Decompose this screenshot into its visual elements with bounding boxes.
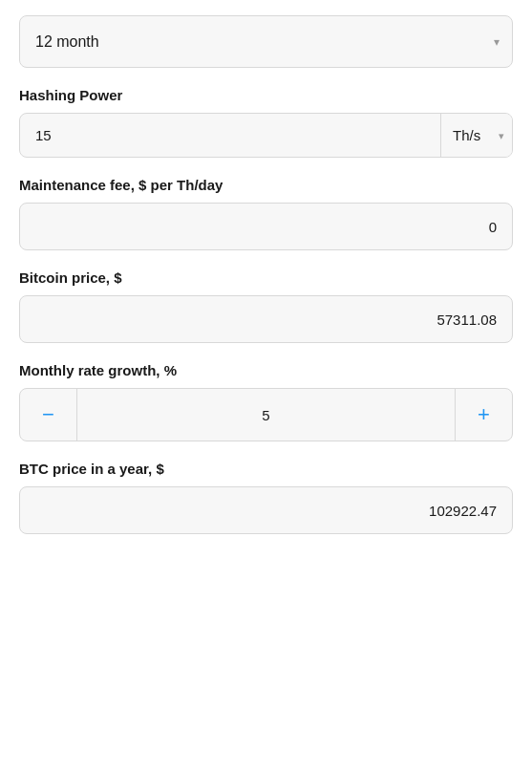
bitcoin-price-value: 57311.08 — [19, 295, 513, 343]
bitcoin-price-group: Bitcoin price, $ 57311.08 — [19, 269, 513, 343]
monthly-rate-growth-label: Monthly rate growth, % — [19, 362, 513, 378]
hashing-power-group: Hashing Power Th/s Ph/s Gh/s ▾ — [19, 87, 513, 158]
hashing-power-input[interactable] — [20, 114, 440, 157]
stepper-row: − + — [19, 388, 513, 441]
maintenance-fee-group: Maintenance fee, $ per Th/day 0 — [19, 177, 513, 250]
maintenance-fee-label: Maintenance fee, $ per Th/day — [19, 177, 513, 193]
duration-dropdown-wrapper[interactable]: 12 month ▾ — [19, 15, 513, 68]
duration-select[interactable]: 12 month — [19, 15, 513, 68]
hashing-unit-select[interactable]: Th/s Ph/s Gh/s — [441, 114, 512, 157]
hashing-power-row: Th/s Ph/s Gh/s ▾ — [19, 113, 513, 158]
decrement-button[interactable]: − — [20, 389, 77, 441]
duration-dropdown-group: 12 month ▾ — [19, 15, 513, 68]
bitcoin-price-label: Bitcoin price, $ — [19, 269, 513, 286]
increment-button[interactable]: + — [455, 389, 512, 441]
hashing-unit-wrapper[interactable]: Th/s Ph/s Gh/s ▾ — [440, 114, 512, 157]
btc-price-year-label: BTC price in a year, $ — [19, 461, 513, 477]
maintenance-fee-value: 0 — [19, 203, 513, 250]
hashing-power-label: Hashing Power — [19, 87, 513, 103]
monthly-rate-growth-group: Monthly rate growth, % − + — [19, 362, 513, 441]
monthly-rate-growth-input[interactable] — [77, 389, 455, 441]
btc-price-year-group: BTC price in a year, $ 102922.47 — [19, 461, 513, 534]
btc-price-year-value: 102922.47 — [19, 486, 513, 534]
